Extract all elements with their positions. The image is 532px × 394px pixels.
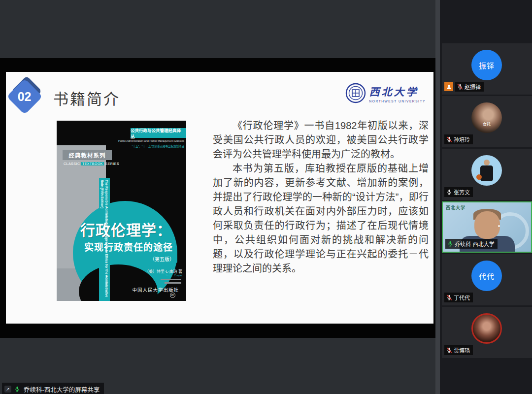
avatar-initials: 代代 xyxy=(471,261,502,291)
participant-tile-dingdaidai[interactable]: 代代 丁代代 xyxy=(442,254,532,305)
body-paragraph-1: 《行政伦理学》一书自1982年初版以来，深受美国公共行政人员的欢迎，被美国公共行… xyxy=(213,119,429,162)
mic-icon xyxy=(446,189,452,195)
participant-name: 张芳文 xyxy=(454,188,470,196)
book-series-banner: 公共行政与公共管理经典译丛 xyxy=(131,128,186,138)
book-title-cn: 行政伦理学： xyxy=(80,218,184,240)
book-series-left: 经典教材系列 xyxy=(63,150,112,160)
expand-arrow-icon[interactable]: ↗ xyxy=(4,386,11,393)
presentation-slide: 02 书籍简介 西北大学 NORTHWEST UNIVERSITY 公共行政与公… xyxy=(6,72,433,324)
participant-name: 贾博琇 xyxy=(454,346,470,354)
slide-title: 书籍简介 xyxy=(53,87,120,109)
book-translator-line xyxy=(161,279,181,280)
book-translator-line xyxy=(165,282,181,284)
name-label: 乔续科-西北大学 xyxy=(445,239,498,249)
video-background-watermark: 西北大学 xyxy=(446,204,466,211)
earphone-dot xyxy=(498,225,500,227)
wiley-logo: W WILEY xyxy=(165,293,180,301)
participant-tile-zhangfangwen[interactable]: 张芳文 xyxy=(442,149,532,200)
participant-name: 乔续科-西北大学 xyxy=(455,240,495,248)
series-en-part: CLASSIC xyxy=(64,162,81,165)
member-badge-icon xyxy=(444,82,453,91)
participant-name: 孙培玲 xyxy=(454,135,470,143)
book-edition-badge: （第五版） xyxy=(147,255,177,263)
mic-icon xyxy=(447,241,453,247)
shared-screen-area: 02 书籍简介 西北大学 NORTHWEST UNIVERSITY 公共行政与公… xyxy=(0,0,436,394)
university-logo: 西北大学 NORTHWEST UNIVERSITY xyxy=(345,83,426,103)
avatar-text: 振铎 xyxy=(479,60,495,70)
participant-name: 赵振铎 xyxy=(465,83,481,91)
series-en-highlight: TEXTBOOK xyxy=(81,162,104,165)
slide-body-text: 《行政伦理学》一书自1982年初版以来，深受美国公共行政人员的欢迎，被美国公共行… xyxy=(213,119,429,276)
name-label: 贾博琇 xyxy=(444,345,473,355)
series-en-part: SERIES xyxy=(104,162,119,165)
sharer-mic-icon xyxy=(14,386,21,393)
participant-tile-sunpeiling[interactable]: 女托 孙培玲 xyxy=(442,96,532,147)
mic-icon xyxy=(446,136,452,142)
book-series-left-en: CLASSIC TEXTBOOK SERIES xyxy=(64,162,119,165)
book-series-note: “十五”、“十一五”国家重点图书出版规划项目 xyxy=(110,144,184,148)
screen-share-label: 乔续科-西北大学的屏幕共享 xyxy=(24,385,100,394)
avatar-initials: 振铎 xyxy=(471,50,502,80)
book-series-banner-en: Public Administration and Public Managem… xyxy=(110,139,184,142)
participant-tile-qiaoxuke-video[interactable]: 西北大学 乔续科-西北大学 xyxy=(442,201,532,253)
avatar-figure-head xyxy=(484,160,490,165)
participants-sidebar: 振铎 赵振铎 女托 孙培玲 xyxy=(440,0,532,394)
book-author-en: Terry L. Cooper xyxy=(116,274,182,277)
name-label: 孙培玲 xyxy=(444,134,473,144)
avatar-caption: 女托 xyxy=(471,121,502,127)
mic-icon xyxy=(446,347,452,353)
avatar-figure-jersey xyxy=(480,165,493,181)
name-label: 张芳文 xyxy=(444,187,473,197)
participant-tile-zhaozhenduo[interactable]: 振铎 赵振铎 xyxy=(442,43,532,95)
section-badge: 02 xyxy=(6,78,43,115)
video-person-face xyxy=(474,211,500,239)
avatar-photo: 女托 xyxy=(471,102,502,133)
section-number: 02 xyxy=(18,90,32,104)
book-author: （美）特里·L·库珀 著 xyxy=(116,268,182,274)
mic-icon xyxy=(446,295,452,300)
book-publisher: 中国人民大学出版社 xyxy=(106,286,179,293)
wiley-mark-icon: W xyxy=(170,293,175,298)
book-subtitle-cn: 实现行政责任的途径 xyxy=(84,240,183,253)
university-seal-icon xyxy=(345,83,366,103)
participant-tile-jiaboxiu[interactable]: 贾博琇 xyxy=(442,307,532,358)
screen-share-indicator[interactable]: ↗ 乔续科-西北大学的屏幕共享 xyxy=(2,383,104,394)
name-label: 丁代代 xyxy=(444,293,473,302)
book-cover: 公共行政与公共管理经典译丛 Public Administration and … xyxy=(57,121,186,301)
sidebar-scrollbar[interactable] xyxy=(435,0,440,394)
basketball-icon xyxy=(476,174,482,180)
university-name-en: NORTHWEST UNIVERSITY xyxy=(369,99,426,103)
avatar-text: 代代 xyxy=(479,271,495,281)
avatar-illustration xyxy=(471,155,502,186)
body-paragraph-2: 本书为第五版，库珀教授在原版的基础上增加了新的内容，更新参考文献、增加新的案例，… xyxy=(213,162,429,276)
university-name-cn: 西北大学 xyxy=(369,84,426,98)
avatar-photo xyxy=(471,313,502,344)
mic-icon xyxy=(457,84,463,90)
name-label: 赵振铎 xyxy=(444,82,484,92)
participant-name: 丁代代 xyxy=(454,294,470,301)
